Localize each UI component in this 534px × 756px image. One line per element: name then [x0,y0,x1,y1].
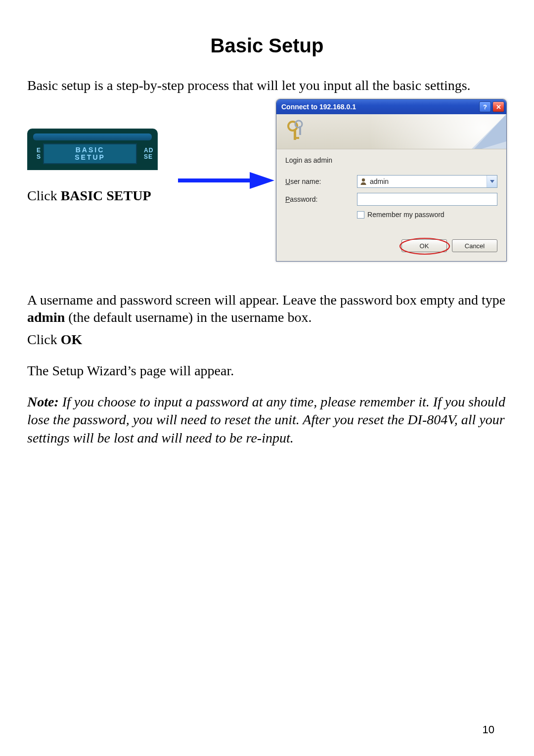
page-number: 10 [483,723,494,736]
intro-paragraph: Basic setup is a step-by-step process th… [27,77,507,94]
username-value: admin [370,178,487,185]
dialog-titlebar: Connect to 192.168.0.1 ? ✕ [276,99,506,114]
remember-checkbox[interactable] [357,211,364,219]
help-button[interactable]: ? [479,101,491,112]
remember-label: Remember my password [367,211,445,219]
cancel-button-label: Cancel [465,242,485,250]
left-illustration: E S BASIC SETUP AD SE [27,99,274,204]
username-input[interactable]: admin [357,175,497,188]
tab-edge-left: E S [30,144,41,163]
password-input[interactable] [357,193,497,206]
right-illustration: Connect to 192.168.0.1 ? ✕ [274,99,507,262]
auth-dialog: Connect to 192.168.0.1 ? ✕ [276,99,507,262]
password-row: Password: [285,193,497,206]
dialog-button-row: OK Cancel [285,239,497,252]
tab-edge-right: AD SE [144,144,155,163]
svg-marker-10 [490,180,494,183]
note-paragraph: Note: If you choose to input a password … [27,393,507,447]
tab-center: BASIC SETUP [43,143,137,164]
username-label: User name: [285,178,357,185]
blue-arrow-icon [176,168,274,193]
svg-rect-6 [299,126,301,135]
header-art-icon [447,114,506,149]
setup-wizard-paragraph: The Setup Wizard’s page will appear. [27,362,507,379]
remember-row: Remember my password [357,211,497,219]
page-title: Basic Setup [27,35,507,57]
cancel-button[interactable]: Cancel [452,239,497,252]
chevron-down-icon [490,180,494,183]
ok-button[interactable]: OK [401,239,447,252]
username-instruction-paragraph: A username and password screen will appe… [27,291,507,326]
dialog-header-strip [276,114,506,149]
dialog-body: Login as admin User name: admin [276,149,506,261]
basic-setup-tab-graphic: E S BASIC SETUP AD SE [27,129,158,170]
click-ok-line: Click OK [27,331,507,348]
close-button[interactable]: ✕ [492,101,504,112]
svg-marker-1 [250,172,274,189]
svg-rect-4 [294,137,299,139]
user-icon [359,178,367,185]
keys-icon [284,119,308,143]
username-dropdown-button[interactable] [487,176,497,187]
question-icon: ? [483,103,487,111]
dialog-title-text: Connect to 192.168.0.1 [281,103,478,111]
basic-setup-tab-graphic-wrap: E S BASIC SETUP AD SE [27,129,274,178]
svg-point-9 [362,178,365,181]
svg-point-11 [400,238,449,254]
manual-page: Basic Setup Basic setup is a step-by-ste… [0,0,534,756]
password-label: Password: [285,195,357,203]
username-row: User name: admin [285,175,497,188]
dialog-prompt: Login as admin [285,156,497,164]
illustration-row: E S BASIC SETUP AD SE [27,99,507,262]
red-circle-annotation-icon [398,237,451,256]
close-icon: ✕ [496,103,501,111]
